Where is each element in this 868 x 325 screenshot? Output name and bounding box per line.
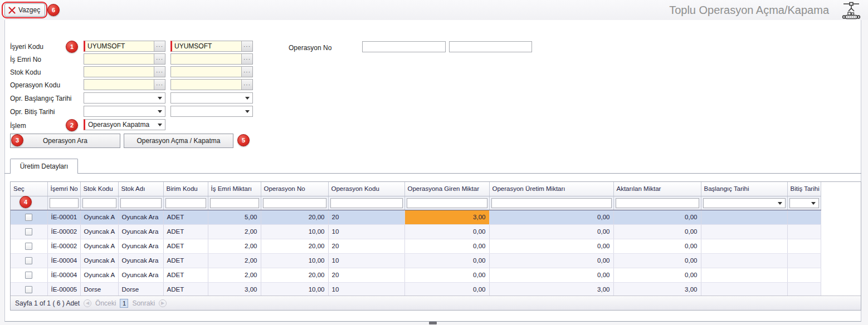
cell-aktarilan-miktar[interactable]: 0,00 bbox=[613, 224, 701, 239]
row-checkbox[interactable] bbox=[25, 228, 32, 235]
filter-bitis-tarihi-select[interactable] bbox=[789, 198, 819, 208]
cell-aktarilan-miktar[interactable]: 0,00 bbox=[613, 239, 701, 253]
cell-bitis-tarihi[interactable] bbox=[787, 282, 821, 296]
row-checkbox[interactable] bbox=[25, 272, 32, 279]
cell-isemri-no[interactable]: İE-00004 bbox=[47, 253, 80, 268]
cell-operasyon-kodu[interactable]: 10 bbox=[328, 253, 404, 268]
cell-operasyon-no[interactable]: 20,00 bbox=[261, 268, 328, 282]
cell-isemri-no[interactable]: İE-00001 bbox=[47, 210, 80, 224]
cell-stok-kodu[interactable]: Dorse bbox=[80, 282, 118, 296]
cell-aktarilan-miktar[interactable]: 0,00 bbox=[613, 210, 701, 224]
cell-operasyon-kodu[interactable]: 10 bbox=[328, 282, 404, 296]
filter-birim-kodu-input[interactable] bbox=[165, 198, 206, 208]
col-header-sec[interactable]: Seç bbox=[11, 182, 47, 196]
lookup-ellipsis-button[interactable]: ··· bbox=[154, 80, 165, 90]
cell-is-emri-miktari[interactable]: 5,00 bbox=[208, 210, 261, 224]
pager-prev-label[interactable]: Önceki bbox=[95, 299, 116, 307]
stok-kodu-from-input[interactable] bbox=[84, 67, 154, 77]
cell-bitis-tarihi[interactable] bbox=[787, 224, 821, 239]
table-row[interactable]: İE-00001 Oyuncak A Oyuncak Ara ADET 5,00… bbox=[11, 210, 821, 224]
cell-operasyon-uretim-miktari[interactable]: 0,00 bbox=[489, 253, 613, 268]
isyeri-kodu-from-input[interactable] bbox=[85, 41, 154, 51]
cell-baslangic-tarihi[interactable] bbox=[701, 239, 787, 253]
cell-baslangic-tarihi[interactable] bbox=[701, 282, 787, 296]
cell-stok-kodu[interactable]: Oyuncak A bbox=[80, 268, 118, 282]
cell-operasyon-no[interactable]: 20,00 bbox=[261, 239, 328, 253]
cell-stok-adi[interactable]: Oyuncak Ara bbox=[118, 224, 163, 239]
splitter-grip[interactable] bbox=[429, 322, 437, 324]
table-row[interactable]: İE-00004 Oyuncak A Oyuncak Ara ADET 2,00… bbox=[11, 253, 821, 268]
row-checkbox[interactable] bbox=[25, 257, 32, 264]
lookup-ellipsis-button[interactable]: ··· bbox=[241, 54, 252, 64]
cell-operasyon-no[interactable]: 10,00 bbox=[261, 224, 328, 239]
cell-operasyon-uretim-miktari[interactable]: 3,00 bbox=[489, 282, 613, 296]
lookup-ellipsis-button[interactable]: ··· bbox=[241, 41, 252, 51]
cell-is-emri-miktari[interactable]: 2,00 bbox=[208, 268, 261, 282]
col-header-operasyona-giren-miktar[interactable]: Operasyona Giren Miktar bbox=[404, 182, 489, 196]
filter-is-emri-miktari-input[interactable] bbox=[210, 198, 259, 208]
pager-next-icon[interactable]: ▶ bbox=[159, 299, 167, 307]
cell-is-emri-miktari[interactable]: 2,00 bbox=[208, 224, 261, 239]
col-header-is-emri-miktari[interactable]: İş Emri Miktarı bbox=[208, 182, 261, 196]
operasyon-ara-button[interactable]: Operasyon Ara bbox=[10, 134, 120, 148]
col-header-aktarilan-miktar[interactable]: Aktarılan Miktar bbox=[613, 182, 701, 196]
cell-stok-adi[interactable]: Oyuncak Ara bbox=[118, 239, 163, 253]
cell-is-emri-miktari[interactable]: 3,00 bbox=[208, 282, 261, 296]
pager-prev-icon[interactable]: ◀ bbox=[84, 299, 91, 307]
cell-birim-kodu[interactable]: ADET bbox=[163, 224, 208, 239]
cell-birim-kodu[interactable]: ADET bbox=[163, 210, 208, 224]
cell-isemri-no[interactable]: İE-00005 bbox=[47, 282, 80, 296]
cell-operasyona-giren-miktar[interactable]: 0,00 bbox=[404, 239, 489, 253]
cell-bitis-tarihi[interactable] bbox=[787, 253, 821, 268]
cell-stok-adi[interactable]: Oyuncak Ara bbox=[118, 253, 163, 268]
col-header-stok-adi[interactable]: Stok Adı bbox=[118, 182, 163, 196]
cell-stok-adi[interactable]: Oyuncak Ara bbox=[118, 268, 163, 282]
cell-operasyona-giren-miktar-selected[interactable]: 3,00 bbox=[404, 210, 489, 224]
cell-operasyona-giren-miktar[interactable]: 0,00 bbox=[404, 224, 489, 239]
cell-birim-kodu[interactable]: ADET bbox=[163, 239, 208, 253]
cell-bitis-tarihi[interactable] bbox=[787, 210, 821, 224]
lookup-ellipsis-button[interactable]: ··· bbox=[154, 54, 165, 64]
filter-stok-adi-input[interactable] bbox=[120, 198, 162, 208]
cell-isemri-no[interactable]: İE-00004 bbox=[47, 268, 80, 282]
cell-isemri-no[interactable]: İE-00002 bbox=[47, 224, 80, 239]
operasyon-no-from-input[interactable] bbox=[362, 41, 446, 52]
cell-operasyona-giren-miktar[interactable]: 0,00 bbox=[404, 282, 489, 296]
operasyon-kodu-from-input[interactable] bbox=[84, 80, 154, 90]
filter-operasyon-uretim-miktari-input[interactable] bbox=[491, 198, 612, 208]
row-checkbox[interactable] bbox=[25, 243, 32, 250]
cell-operasyon-uretim-miktari[interactable]: 0,00 bbox=[489, 224, 613, 239]
filter-isemri-no-input[interactable] bbox=[50, 198, 79, 208]
tab-uretim-detaylari[interactable]: Üretim Detayları bbox=[10, 159, 78, 174]
cell-operasyon-kodu[interactable]: 20 bbox=[328, 268, 404, 282]
table-row[interactable]: İE-00004 Oyuncak A Oyuncak Ara ADET 2,00… bbox=[11, 268, 821, 282]
cell-aktarilan-miktar[interactable]: 3,00 bbox=[613, 282, 701, 296]
cell-stok-kodu[interactable]: Oyuncak A bbox=[80, 210, 118, 224]
cell-baslangic-tarihi[interactable] bbox=[701, 224, 787, 239]
cell-aktarilan-miktar[interactable]: 0,00 bbox=[613, 253, 701, 268]
cell-baslangic-tarihi[interactable] bbox=[701, 210, 787, 224]
cell-operasyon-uretim-miktari[interactable]: 0,00 bbox=[489, 210, 613, 224]
cell-baslangic-tarihi[interactable] bbox=[701, 268, 787, 282]
col-header-operasyon-no[interactable]: Operasyon No bbox=[261, 182, 328, 196]
cell-operasyon-no[interactable]: 10,00 bbox=[261, 282, 328, 296]
cell-is-emri-miktari[interactable]: 2,00 bbox=[208, 253, 261, 268]
cell-stok-adi[interactable]: Dorse bbox=[118, 282, 163, 296]
cancel-button[interactable]: Vazgeç bbox=[4, 3, 45, 17]
cell-operasyon-uretim-miktari[interactable]: 0,00 bbox=[489, 239, 613, 253]
pager-next-label[interactable]: Sonraki bbox=[132, 299, 155, 307]
cell-bitis-tarihi[interactable] bbox=[787, 239, 821, 253]
table-row[interactable]: İE-00002 Oyuncak A Oyuncak Ara ADET 2,00… bbox=[11, 239, 821, 253]
cell-operasyona-giren-miktar[interactable]: 0,00 bbox=[404, 253, 489, 268]
opr-bitis-tarihi-to-select[interactable] bbox=[170, 106, 253, 117]
filter-stok-kodu-input[interactable] bbox=[82, 198, 116, 208]
cell-isemri-no[interactable]: İE-00002 bbox=[47, 239, 80, 253]
operasyon-no-to-input[interactable] bbox=[449, 41, 532, 52]
cell-stok-adi[interactable]: Oyuncak Ara bbox=[118, 210, 163, 224]
lookup-ellipsis-button[interactable]: ··· bbox=[154, 67, 165, 77]
lookup-ellipsis-button[interactable]: ··· bbox=[241, 67, 252, 77]
filter-operasyon-kodu-input[interactable] bbox=[330, 198, 403, 208]
cell-stok-kodu[interactable]: Oyuncak A bbox=[80, 239, 118, 253]
cell-operasyona-giren-miktar[interactable]: 0,00 bbox=[404, 268, 489, 282]
islem-select[interactable]: Operasyon Kapatma bbox=[84, 119, 165, 130]
